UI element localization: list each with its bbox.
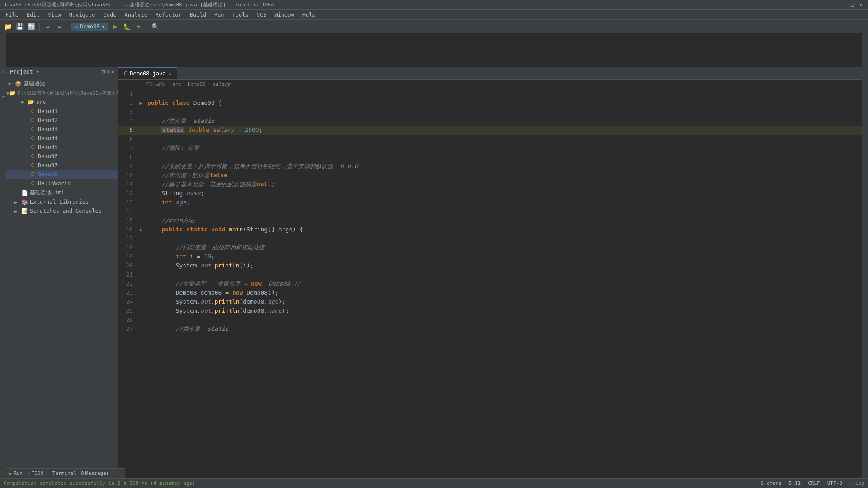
- menu-analyze[interactable]: Analyze: [121, 11, 151, 19]
- minimize-button[interactable]: ─: [840, 2, 846, 8]
- tab-demo08[interactable]: C Demo08.java ✕: [118, 67, 177, 79]
- tree-item-demo04[interactable]: C Demo04: [6, 134, 118, 143]
- tree-item-demo01[interactable]: C Demo01: [6, 107, 118, 116]
- line-content-11: //除了基本类型，其余的默认值都是null;: [146, 180, 274, 189]
- debug-button[interactable]: 🐛: [122, 22, 132, 32]
- project-tab-icon[interactable]: P: [0, 35, 6, 58]
- gutter-27: [137, 324, 146, 333]
- status-bar: Compilation completed successfully in 2 …: [0, 478, 868, 488]
- tree-label-demo03: Demo03: [38, 126, 57, 132]
- config-label: Demo08: [80, 23, 99, 30]
- run-config-selector[interactable]: ☕ Demo08 ▾: [71, 23, 108, 31]
- tree-item-ext-libs[interactable]: ▶ 📚 External Libraries: [6, 197, 118, 206]
- line-content-2: public class Demo08 {: [146, 99, 222, 108]
- coverage-btn[interactable]: ☂: [134, 22, 144, 32]
- config-icon: ☕: [75, 23, 78, 30]
- gutter-3: [137, 108, 146, 117]
- tree-item-demo08[interactable]: C Demo08: [6, 170, 118, 179]
- gutter-11: [137, 180, 146, 189]
- breadcrumb-project[interactable]: 基础语法: [146, 81, 165, 88]
- menu-code[interactable]: Code: [100, 11, 120, 19]
- toolbar-undo-btn[interactable]: ↩: [43, 22, 53, 32]
- menu-tools[interactable]: Tools: [229, 11, 252, 19]
- tree-item-demo05[interactable]: C Demo05: [6, 143, 118, 152]
- code-line-26: 26: [118, 315, 862, 324]
- terminal-strip-btn[interactable]: ▭ Terminal: [48, 470, 76, 476]
- maximize-button[interactable]: □: [849, 2, 855, 8]
- menu-vcs[interactable]: VCS: [253, 11, 270, 19]
- toolbar-open-btn[interactable]: 📁: [3, 22, 13, 32]
- structure-tab-icon[interactable]: S: [0, 61, 6, 83]
- messages-strip-num: 0: [81, 470, 84, 476]
- line-num-7: 7: [118, 144, 137, 153]
- title-bar: JavaSE [F:\班级管理\网课班\代码\JavaSE] - ...基础语法…: [0, 0, 868, 10]
- tree-label-ext-libs: External Libraries: [30, 199, 89, 205]
- line-num-1: 1: [118, 89, 137, 99]
- tree-item-demo06[interactable]: C Demo06: [6, 152, 118, 161]
- tree-item-root[interactable]: ▼ 📦 基础语法: [6, 79, 118, 89]
- line-num-6: 6: [118, 135, 137, 144]
- code-line-2: 2 ▶ public class Demo08 {: [118, 99, 862, 108]
- tree-item-demo02[interactable]: C Demo02: [6, 116, 118, 125]
- menu-run[interactable]: Run: [211, 11, 228, 19]
- line-content-26: [146, 315, 147, 324]
- sidebar-title: Project ▾: [10, 69, 39, 75]
- menu-view[interactable]: View: [44, 11, 65, 19]
- tree-label-iml: 基础语法.iml: [30, 189, 65, 197]
- code-line-24: 24 System.out.println(demo08.age);: [118, 297, 862, 306]
- toolbar-save-btn[interactable]: 💾: [14, 22, 24, 32]
- menu-window[interactable]: Window: [271, 11, 297, 19]
- status-crlf[interactable]: CRLF: [808, 480, 820, 486]
- demo06-icon: C: [29, 153, 36, 160]
- sidebar-settings-btn[interactable]: ⚙: [107, 69, 110, 75]
- messages-strip-btn[interactable]: 0 Messages: [81, 470, 109, 476]
- line-content-13: int age;: [146, 198, 190, 207]
- messages-strip-label: Messages: [85, 470, 109, 476]
- menu-navigate[interactable]: Navigate: [66, 11, 99, 19]
- search-everywhere-btn[interactable]: 🔍: [151, 22, 160, 32]
- tab-close-btn[interactable]: ✕: [169, 71, 171, 76]
- gutter-14: [137, 207, 146, 216]
- window-controls[interactable]: ─ □ ✕: [840, 2, 864, 8]
- status-encoding[interactable]: UTF-8: [827, 480, 842, 486]
- favorites-tab-icon[interactable]: F: [0, 86, 6, 108]
- line-num-25: 25: [118, 306, 137, 315]
- tree-item-src[interactable]: ▼ 📂 src: [6, 98, 118, 107]
- line-content-10: //布尔值：默认是false: [146, 171, 227, 180]
- sidebar-close-btn[interactable]: ✕: [111, 69, 114, 75]
- run-strip-btn[interactable]: ▶ Run: [9, 470, 23, 477]
- project-icon: 📦: [14, 80, 22, 88]
- tree-item-scratches[interactable]: ▶ 📝 Scratches and Consoles: [6, 206, 118, 216]
- tree-item-demo07[interactable]: C Demo07: [6, 161, 118, 170]
- line-num-19: 19: [118, 252, 137, 261]
- run-button[interactable]: ▶: [110, 22, 120, 32]
- toolbar-sync-btn[interactable]: 🔄: [26, 22, 36, 32]
- menu-file[interactable]: File: [2, 11, 22, 19]
- breadcrumb-member[interactable]: salary: [212, 81, 231, 87]
- menu-edit[interactable]: Edit: [23, 11, 43, 19]
- close-button[interactable]: ✕: [858, 2, 864, 8]
- terminal-tab-icon[interactable]: T: [0, 402, 6, 425]
- editor-area: C Demo08.java ✕ 基础语法 › src › Demo08 › sa…: [118, 67, 862, 488]
- code-editor[interactable]: 1 2 ▶ public class Demo08 { 3 4 //类变量: [118, 89, 862, 488]
- tree-item-iml[interactable]: 📄 基础语法.iml: [6, 188, 118, 197]
- tree-item-demo03[interactable]: C Demo03: [6, 125, 118, 134]
- tree-arrow-scratches: ▶: [14, 209, 21, 214]
- line-content-8: [146, 153, 147, 162]
- code-line-19: 19 int i = 10;: [118, 252, 862, 261]
- breadcrumb-src[interactable]: src: [172, 81, 181, 87]
- breadcrumb-file[interactable]: Demo08: [188, 81, 206, 87]
- sidebar-collapse-btn[interactable]: ⊟: [102, 69, 105, 75]
- line-num-18: 18: [118, 243, 137, 252]
- tree-item-helloworld[interactable]: C HelloWorld: [6, 179, 118, 188]
- toolbar-redo-btn[interactable]: ↪: [55, 22, 65, 32]
- menu-refactor[interactable]: Refactor: [152, 11, 185, 19]
- line-num-13: 13: [118, 198, 137, 207]
- todo-strip-btn[interactable]: ✓ TODO: [27, 470, 43, 476]
- sep3: [147, 23, 147, 31]
- menu-help[interactable]: Help: [299, 11, 319, 19]
- gutter-5: [137, 126, 146, 135]
- code-line-17: 17: [118, 234, 862, 243]
- menu-build[interactable]: Build: [186, 11, 210, 19]
- tree-item-path[interactable]: ▼ 📁 F:\班级管理\网课班\代码\JavaSE\基础语法: [6, 89, 118, 98]
